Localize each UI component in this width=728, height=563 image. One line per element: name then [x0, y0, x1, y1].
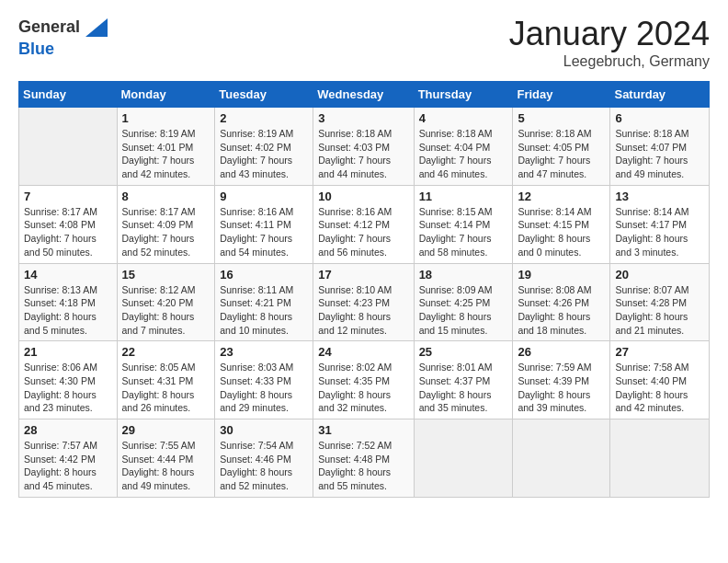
- day-info: Sunrise: 8:18 AM Sunset: 4:04 PM Dayligh…: [419, 127, 508, 181]
- weekday-header-thursday: Thursday: [414, 82, 513, 108]
- calendar-cell: 22Sunrise: 8:05 AM Sunset: 4:31 PM Dayli…: [117, 341, 215, 419]
- calendar-cell: 19Sunrise: 8:08 AM Sunset: 4:26 PM Dayli…: [513, 263, 610, 341]
- month-title: January 2024: [509, 15, 710, 53]
- day-number: 21: [24, 345, 112, 359]
- calendar-cell: [610, 419, 710, 498]
- day-number: 14: [24, 268, 112, 282]
- day-info: Sunrise: 8:18 AM Sunset: 4:07 PM Dayligh…: [615, 127, 704, 181]
- calendar-cell: 7Sunrise: 8:17 AM Sunset: 4:08 PM Daylig…: [19, 185, 118, 263]
- logo-general: General: [18, 17, 80, 36]
- day-number: 17: [318, 268, 408, 282]
- calendar-cell: 6Sunrise: 8:18 AM Sunset: 4:07 PM Daylig…: [610, 108, 710, 186]
- weekday-header-tuesday: Tuesday: [215, 82, 313, 108]
- day-number: 7: [24, 190, 112, 203]
- calendar-cell: 8Sunrise: 8:17 AM Sunset: 4:09 PM Daylig…: [117, 185, 215, 263]
- calendar-week-row: 14Sunrise: 8:13 AM Sunset: 4:18 PM Dayli…: [19, 263, 710, 341]
- calendar-cell: [19, 108, 118, 186]
- calendar-cell: 5Sunrise: 8:18 AM Sunset: 4:05 PM Daylig…: [513, 108, 610, 186]
- day-info: Sunrise: 8:07 AM Sunset: 4:28 PM Dayligh…: [615, 283, 704, 338]
- day-info: Sunrise: 7:55 AM Sunset: 4:44 PM Dayligh…: [122, 439, 210, 493]
- day-info: Sunrise: 7:52 AM Sunset: 4:48 PM Dayligh…: [318, 439, 408, 493]
- calendar-cell: 16Sunrise: 8:11 AM Sunset: 4:21 PM Dayli…: [215, 263, 313, 341]
- day-number: 13: [615, 190, 704, 203]
- day-info: Sunrise: 8:16 AM Sunset: 4:11 PM Dayligh…: [220, 205, 308, 259]
- day-number: 3: [318, 111, 408, 125]
- calendar-cell: [513, 419, 610, 498]
- day-info: Sunrise: 8:16 AM Sunset: 4:12 PM Dayligh…: [318, 205, 408, 259]
- day-info: Sunrise: 7:59 AM Sunset: 4:39 PM Dayligh…: [518, 361, 605, 415]
- calendar-cell: 25Sunrise: 8:01 AM Sunset: 4:37 PM Dayli…: [414, 341, 513, 419]
- calendar-cell: 10Sunrise: 8:16 AM Sunset: 4:12 PM Dayli…: [313, 185, 414, 263]
- calendar-cell: 11Sunrise: 8:15 AM Sunset: 4:14 PM Dayli…: [414, 185, 513, 263]
- calendar-cell: 28Sunrise: 7:57 AM Sunset: 4:42 PM Dayli…: [19, 419, 118, 498]
- weekday-header-wednesday: Wednesday: [313, 82, 414, 108]
- svg-marker-0: [85, 18, 108, 37]
- calendar-cell: 17Sunrise: 8:10 AM Sunset: 4:23 PM Dayli…: [313, 263, 414, 341]
- header: General Blue January 2024 Leegebruch, Ge…: [18, 15, 710, 70]
- day-info: Sunrise: 8:17 AM Sunset: 4:08 PM Dayligh…: [24, 205, 112, 259]
- calendar-cell: 23Sunrise: 8:03 AM Sunset: 4:33 PM Dayli…: [215, 341, 313, 419]
- day-info: Sunrise: 8:10 AM Sunset: 4:23 PM Dayligh…: [318, 283, 408, 338]
- logo-triangle-icon: [82, 15, 108, 40]
- day-number: 25: [419, 345, 508, 359]
- calendar-cell: 20Sunrise: 8:07 AM Sunset: 4:28 PM Dayli…: [610, 263, 710, 341]
- calendar-cell: 9Sunrise: 8:16 AM Sunset: 4:11 PM Daylig…: [215, 185, 313, 263]
- day-number: 23: [220, 345, 308, 359]
- calendar-table: SundayMondayTuesdayWednesdayThursdayFrid…: [18, 81, 710, 498]
- day-info: Sunrise: 8:08 AM Sunset: 4:26 PM Dayligh…: [518, 283, 605, 338]
- calendar-cell: 15Sunrise: 8:12 AM Sunset: 4:20 PM Dayli…: [117, 263, 215, 341]
- calendar-cell: 13Sunrise: 8:14 AM Sunset: 4:17 PM Dayli…: [610, 185, 710, 263]
- day-info: Sunrise: 8:11 AM Sunset: 4:21 PM Dayligh…: [220, 283, 308, 338]
- day-number: 6: [615, 111, 704, 125]
- calendar-week-row: 21Sunrise: 8:06 AM Sunset: 4:30 PM Dayli…: [19, 341, 710, 419]
- calendar-cell: 29Sunrise: 7:55 AM Sunset: 4:44 PM Dayli…: [117, 419, 215, 498]
- day-info: Sunrise: 8:19 AM Sunset: 4:02 PM Dayligh…: [220, 127, 308, 181]
- day-info: Sunrise: 8:12 AM Sunset: 4:20 PM Dayligh…: [122, 283, 210, 338]
- calendar-cell: 1Sunrise: 8:19 AM Sunset: 4:01 PM Daylig…: [117, 108, 215, 186]
- calendar-cell: 14Sunrise: 8:13 AM Sunset: 4:18 PM Dayli…: [19, 263, 118, 341]
- day-number: 29: [122, 423, 210, 437]
- calendar-cell: 31Sunrise: 7:52 AM Sunset: 4:48 PM Dayli…: [313, 419, 414, 498]
- day-info: Sunrise: 8:02 AM Sunset: 4:35 PM Dayligh…: [318, 361, 408, 415]
- day-number: 4: [419, 111, 508, 125]
- day-info: Sunrise: 8:18 AM Sunset: 4:05 PM Dayligh…: [518, 127, 605, 181]
- weekday-header-sunday: Sunday: [19, 82, 118, 108]
- calendar-week-row: 1Sunrise: 8:19 AM Sunset: 4:01 PM Daylig…: [19, 108, 710, 186]
- day-number: 8: [122, 190, 210, 203]
- calendar-cell: 4Sunrise: 8:18 AM Sunset: 4:04 PM Daylig…: [414, 108, 513, 186]
- day-info: Sunrise: 7:57 AM Sunset: 4:42 PM Dayligh…: [24, 439, 112, 493]
- day-number: 19: [518, 268, 605, 282]
- calendar-cell: 3Sunrise: 8:18 AM Sunset: 4:03 PM Daylig…: [313, 108, 414, 186]
- day-info: Sunrise: 8:01 AM Sunset: 4:37 PM Dayligh…: [419, 361, 508, 415]
- weekday-header-row: SundayMondayTuesdayWednesdayThursdayFrid…: [19, 82, 710, 108]
- logo: General Blue: [18, 15, 108, 59]
- day-number: 9: [220, 190, 308, 203]
- calendar-cell: 21Sunrise: 8:06 AM Sunset: 4:30 PM Dayli…: [19, 341, 118, 419]
- day-number: 22: [122, 345, 210, 359]
- calendar-cell: 2Sunrise: 8:19 AM Sunset: 4:02 PM Daylig…: [215, 108, 313, 186]
- calendar-cell: 18Sunrise: 8:09 AM Sunset: 4:25 PM Dayli…: [414, 263, 513, 341]
- day-number: 12: [518, 190, 605, 203]
- day-info: Sunrise: 8:13 AM Sunset: 4:18 PM Dayligh…: [24, 283, 112, 338]
- logo-blue: Blue: [18, 40, 54, 58]
- day-number: 27: [615, 345, 704, 359]
- day-number: 31: [318, 423, 408, 437]
- calendar-cell: 30Sunrise: 7:54 AM Sunset: 4:46 PM Dayli…: [215, 419, 313, 498]
- day-info: Sunrise: 7:58 AM Sunset: 4:40 PM Dayligh…: [615, 361, 704, 415]
- weekday-header-saturday: Saturday: [610, 82, 710, 108]
- day-info: Sunrise: 8:14 AM Sunset: 4:15 PM Dayligh…: [518, 205, 605, 259]
- day-number: 10: [318, 190, 408, 203]
- day-info: Sunrise: 8:19 AM Sunset: 4:01 PM Dayligh…: [122, 127, 210, 181]
- day-info: Sunrise: 7:54 AM Sunset: 4:46 PM Dayligh…: [220, 439, 308, 493]
- calendar-cell: 26Sunrise: 7:59 AM Sunset: 4:39 PM Dayli…: [513, 341, 610, 419]
- day-number: 26: [518, 345, 605, 359]
- day-info: Sunrise: 8:03 AM Sunset: 4:33 PM Dayligh…: [220, 361, 308, 415]
- day-info: Sunrise: 8:15 AM Sunset: 4:14 PM Dayligh…: [419, 205, 508, 259]
- day-number: 24: [318, 345, 408, 359]
- calendar-cell: 27Sunrise: 7:58 AM Sunset: 4:40 PM Dayli…: [610, 341, 710, 419]
- day-number: 2: [220, 111, 308, 125]
- weekday-header-friday: Friday: [513, 82, 610, 108]
- day-info: Sunrise: 8:14 AM Sunset: 4:17 PM Dayligh…: [615, 205, 704, 259]
- day-info: Sunrise: 8:05 AM Sunset: 4:31 PM Dayligh…: [122, 361, 210, 415]
- title-area: January 2024 Leegebruch, Germany: [509, 15, 710, 70]
